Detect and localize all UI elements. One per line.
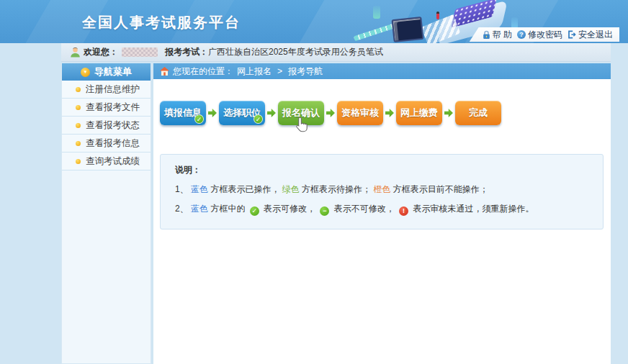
note-line-2: 2、 蓝色 方框中的 ✓ 表示可修改， − 表示不可修改， ! 表示审核未通过，… — [175, 202, 588, 216]
sidebar: ▼ 导航菜单 注册信息维护 查看报考文件 查看报考状态 查看报考信息 查询考试成… — [61, 63, 151, 364]
sidebar-title: 导航菜单 — [94, 65, 132, 78]
sidebar-item-label: 查看报考文件 — [86, 101, 140, 114]
breadcrumb-section: 网上报名 — [237, 65, 272, 78]
notes-title: 说明： — [175, 164, 588, 176]
masked-username — [122, 47, 158, 57]
bullet-icon — [76, 87, 81, 92]
check-badge-icon: ✓ — [254, 114, 263, 124]
exam-label: 报考考试： — [165, 46, 208, 58]
notes-panel: 说明： 1、 蓝色 方框表示已操作， 绿色 方框表示待操作； 橙色 方框表示目前… — [160, 154, 604, 229]
welcome-bar: 欢迎您： 报考考试： 广西壮族自治区2025年度考试录用公务员笔试 — [61, 43, 611, 62]
sidebar-item-exam-status[interactable]: 查看报考状态 — [62, 117, 151, 135]
breadcrumb-current: 报考导航 — [288, 65, 323, 78]
note-green-word: 绿色 — [282, 184, 300, 194]
sidebar-item-exam-scores[interactable]: 查询考试成绩 — [62, 153, 151, 170]
main-content: 您现在的位置： 网上报名 > 报考导航 填报信息 ✓ 选择职位 ✓ 报名确认 资… — [153, 63, 611, 364]
note-orange-word: 橙色 — [373, 184, 390, 194]
breadcrumb: 您现在的位置： 网上报名 > 报考导航 — [153, 63, 611, 79]
flow-arrow-icon — [444, 109, 453, 118]
page: { "header": { "title": "全国人事考试服务平台", "ut… — [0, 0, 628, 364]
step-select-position[interactable]: 选择职位 ✓ — [219, 101, 265, 125]
step-label: 网上缴费 — [400, 106, 438, 119]
sidebar-item-label: 注册信息维护 — [86, 83, 140, 96]
sidebar-item-register-info[interactable]: 注册信息维护 — [62, 81, 151, 99]
note-text: 2、 — [175, 204, 189, 214]
illus-stairs — [421, 14, 461, 43]
breadcrumb-location-label: 您现在的位置： — [173, 65, 233, 78]
note-text: 1、 — [175, 184, 189, 194]
exclamation-circle-icon: ! — [399, 206, 408, 216]
step-confirm-registration[interactable]: 报名确认 — [278, 101, 324, 125]
app-header: 全国人事考试服务平台 帮 助 ? 修改密码 安全退出 — [0, 0, 628, 43]
change-password-label: 修改密码 — [528, 29, 562, 41]
user-avatar-icon — [70, 47, 81, 58]
app-title: 全国人事考试服务平台 — [82, 13, 241, 32]
exit-icon — [568, 30, 576, 39]
note-text: 表示可修改， — [264, 204, 315, 214]
cursor-hand-icon — [295, 117, 309, 135]
bullet-icon — [76, 105, 81, 110]
flow-arrow-icon — [208, 109, 217, 118]
note-text: 方框表示已操作， — [210, 184, 279, 194]
logout-button[interactable]: 安全退出 — [568, 29, 613, 41]
flow-arrow-icon — [385, 109, 394, 118]
help-label: 帮 助 — [493, 29, 512, 41]
step-fill-info[interactable]: 填报信息 ✓ — [160, 101, 206, 125]
question-icon: ? — [517, 30, 526, 39]
step-finish[interactable]: 完成 — [455, 101, 501, 125]
breadcrumb-separator: > — [277, 66, 282, 76]
exam-name: 广西壮族自治区2025年度考试录用公务员笔试 — [208, 46, 383, 58]
bullet-icon — [76, 159, 81, 164]
bullet-icon — [76, 123, 81, 128]
note-blue-word: 蓝色 — [191, 204, 208, 214]
sidebar-item-label: 查看报考状态 — [86, 119, 140, 132]
note-text: 方框表示待操作； — [302, 184, 371, 194]
step-online-payment[interactable]: 网上缴费 — [396, 101, 442, 125]
note-text: 方框表示目前不能操作； — [393, 184, 488, 194]
check-badge-icon: ✓ — [194, 114, 204, 124]
check-circle-icon: ✓ — [250, 206, 259, 216]
utility-bar: 帮 助 ? 修改密码 安全退出 — [470, 27, 619, 42]
greeting-label: 欢迎您： — [84, 46, 118, 58]
note-line-1: 1、 蓝色 方框表示已操作， 绿色 方框表示待操作； 橙色 方框表示目前不能操作… — [175, 183, 588, 196]
step-qualification-review[interactable]: 资格审核 — [337, 101, 383, 125]
flow-arrow-icon — [267, 109, 276, 118]
sidebar-item-exam-info[interactable]: 查看报考信息 — [62, 135, 151, 153]
note-text: 方框中的 — [210, 204, 245, 214]
bullet-icon — [76, 141, 81, 146]
change-password-button[interactable]: ? 修改密码 — [517, 29, 562, 41]
help-button[interactable]: 帮 助 — [483, 29, 512, 41]
sidebar-item-label: 查看报考信息 — [86, 137, 140, 150]
flow-arrow-icon — [326, 109, 335, 118]
process-flow: 填报信息 ✓ 选择职位 ✓ 报名确认 资格审核 网上缴费 完成 — [160, 99, 611, 127]
note-blue-word: 蓝色 — [191, 184, 208, 194]
sidebar-item-exam-files[interactable]: 查看报考文件 — [62, 99, 151, 117]
lock-icon — [483, 30, 490, 40]
header-streak — [287, 0, 426, 43]
sidebar-header[interactable]: ▼ 导航菜单 — [62, 63, 151, 81]
home-icon — [160, 67, 169, 76]
logout-label: 安全退出 — [578, 29, 613, 41]
chevron-down-icon: ▼ — [81, 68, 90, 77]
illus-person — [436, 12, 439, 19]
note-text: 表示不可修改， — [334, 204, 395, 214]
sidebar-item-label: 查询考试成绩 — [86, 155, 140, 168]
minus-circle-icon: − — [320, 206, 329, 216]
step-label: 资格审核 — [341, 106, 379, 119]
step-label: 完成 — [469, 106, 488, 119]
note-text: 表示审核未通过，须重新操作。 — [413, 204, 534, 214]
